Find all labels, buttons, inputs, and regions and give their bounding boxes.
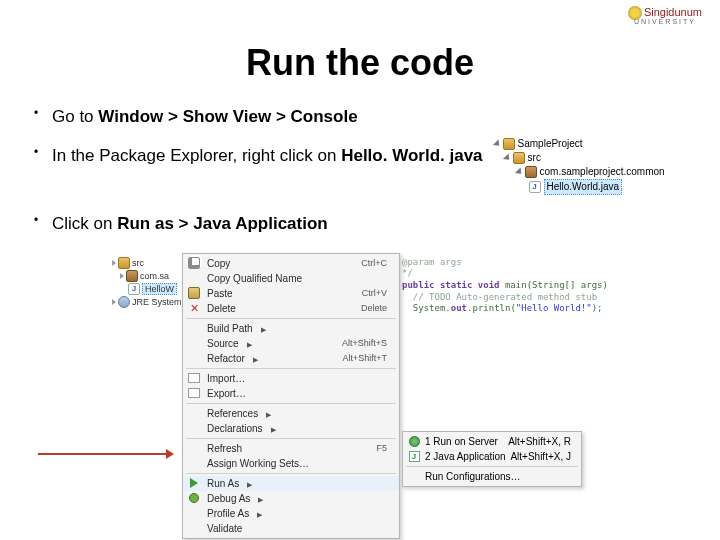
submenu-run-on-server[interactable]: 1 Run on ServerAlt+Shift+X, R bbox=[403, 434, 581, 449]
delete-icon: ✕ bbox=[190, 302, 199, 315]
submenu-run-configurations[interactable]: Run Configurations… bbox=[403, 469, 581, 484]
server-icon bbox=[409, 436, 420, 447]
package-icon bbox=[126, 270, 138, 282]
logo-name: Singidunum bbox=[644, 6, 702, 18]
tree-expand-icon bbox=[514, 168, 523, 177]
separator bbox=[186, 368, 396, 369]
menu-declarations[interactable]: Declarations bbox=[183, 421, 399, 436]
bullet-console: Go to Window > Show View > Console bbox=[30, 106, 720, 127]
separator bbox=[186, 318, 396, 319]
library-icon bbox=[118, 296, 130, 308]
code-editor: @param args */ public static void main(S… bbox=[402, 257, 608, 315]
slide-title: Run the code bbox=[0, 42, 720, 84]
menu-import[interactable]: Import… bbox=[183, 371, 399, 386]
menu-refactor[interactable]: RefactorAlt+Shift+T bbox=[183, 351, 399, 366]
java-file-icon bbox=[529, 181, 541, 193]
menu-refresh[interactable]: RefreshF5 bbox=[183, 441, 399, 456]
run-icon bbox=[190, 478, 198, 488]
instruction-list: Go to Window > Show View > Console In th… bbox=[30, 106, 720, 235]
eclipse-screenshot: src com.sa HelloW JRE System Lib @param … bbox=[140, 253, 600, 503]
java-run-icon: J bbox=[409, 451, 420, 462]
java-file-icon bbox=[128, 283, 140, 295]
menu-copy[interactable]: CopyCtrl+C bbox=[183, 256, 399, 271]
menu-debug-as[interactable]: Debug As bbox=[183, 491, 399, 506]
folder-icon bbox=[513, 152, 525, 164]
menu-copy-qualified[interactable]: Copy Qualified Name bbox=[183, 271, 399, 286]
paste-icon bbox=[188, 287, 200, 299]
separator bbox=[186, 473, 396, 474]
chevron-icon bbox=[120, 273, 124, 279]
menu-run-as[interactable]: Run As bbox=[183, 476, 399, 491]
pointer-arrow bbox=[38, 453, 166, 455]
copy-icon bbox=[188, 257, 200, 269]
package-explorer-tree: SampleProject src com.sampleproject.comm… bbox=[495, 137, 665, 195]
debug-icon bbox=[189, 493, 199, 503]
package-icon bbox=[525, 166, 537, 178]
menu-paste[interactable]: PasteCtrl+V bbox=[183, 286, 399, 301]
university-logo: Singidunum UNIVERSITY bbox=[628, 6, 702, 25]
separator bbox=[186, 438, 396, 439]
separator bbox=[406, 466, 578, 467]
submenu-java-application[interactable]: J2 Java ApplicationAlt+Shift+X, J bbox=[403, 449, 581, 464]
tree-expand-icon bbox=[502, 154, 511, 163]
selected-file[interactable]: Hello.World.java bbox=[544, 179, 623, 195]
bullet-run-as: Click on Run as > Java Application bbox=[30, 213, 720, 234]
menu-validate[interactable]: Validate bbox=[183, 521, 399, 536]
logo-subtitle: UNIVERSITY bbox=[628, 18, 702, 25]
menu-source[interactable]: SourceAlt+Shift+S bbox=[183, 336, 399, 351]
bullet-right-click: In the Package Explorer, right click on … bbox=[30, 145, 720, 195]
separator bbox=[186, 403, 396, 404]
menu-profile-as[interactable]: Profile As bbox=[183, 506, 399, 521]
export-icon bbox=[188, 388, 200, 398]
menu-export[interactable]: Export… bbox=[183, 386, 399, 401]
folder-icon bbox=[118, 257, 130, 269]
import-icon bbox=[188, 373, 200, 383]
tree-expand-icon bbox=[492, 140, 501, 149]
context-menu: CopyCtrl+C Copy Qualified Name PasteCtrl… bbox=[182, 253, 400, 539]
menu-references[interactable]: References bbox=[183, 406, 399, 421]
menu-assign-working-sets[interactable]: Assign Working Sets… bbox=[183, 456, 399, 471]
project-icon bbox=[503, 138, 515, 150]
chevron-icon bbox=[112, 299, 116, 305]
menu-build-path[interactable]: Build Path bbox=[183, 321, 399, 336]
run-as-submenu: 1 Run on ServerAlt+Shift+X, R J2 Java Ap… bbox=[402, 431, 582, 487]
menu-delete[interactable]: ✕DeleteDelete bbox=[183, 301, 399, 316]
chevron-icon bbox=[112, 260, 116, 266]
